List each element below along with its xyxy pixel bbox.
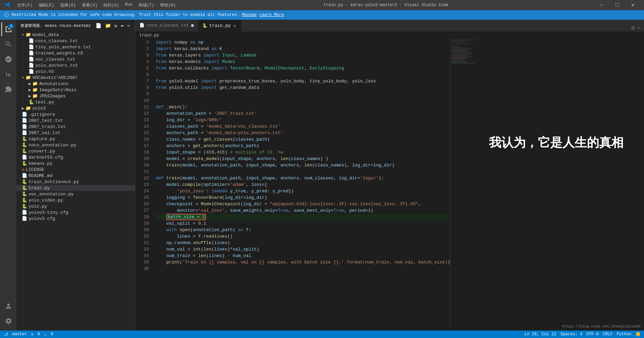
file-label: trained_weights.h5 <box>35 51 83 56</box>
file-yolo-video[interactable]: 🐍 yolo_video.py <box>16 197 135 203</box>
close-button[interactable]: ✕ <box>625 0 641 10</box>
file-icon: 📄 <box>22 130 27 135</box>
error-count[interactable]: 0 <box>37 332 40 337</box>
code-content[interactable]: import numpy as np import keras.backend … <box>152 39 450 331</box>
folder-model-data[interactable]: ▾ 📁 model_data <box>16 32 135 38</box>
activity-search[interactable] <box>1 37 15 51</box>
code-line-21 <box>156 168 450 175</box>
file-tiny-yolo-anchors[interactable]: 📄 tiny_yolo_anchors.txt <box>16 44 135 50</box>
file-icon: 📄 <box>29 50 34 56</box>
menu-select[interactable]: 选择(S) <box>57 2 79 9</box>
file-voc-annotation[interactable]: 🐍 voc_annotation.py <box>16 191 135 197</box>
menu-goto[interactable]: 转到(G) <box>101 2 122 9</box>
title-bar-controls[interactable]: – □ ✕ <box>594 0 641 10</box>
folder-imagesets[interactable]: ▶ 📁 ImageSets\Main <box>16 87 135 93</box>
menu-terminal[interactable]: 终端(T) <box>136 2 157 9</box>
sidebar: 资源管理器: KERAS-YOLO3-MASTER2 📄 📁 ↻ ⇴ ⋯ ▾ 📁… <box>16 20 135 331</box>
file-capture[interactable]: 🐍 capture.py <box>16 136 135 142</box>
tab-train-py[interactable]: 🐍 train.py ✕ <box>198 20 241 31</box>
file-coco-annotation[interactable]: 🐍 coco_annotation.py <box>16 142 135 148</box>
language-label[interactable]: Python <box>617 332 631 337</box>
code-line-12: annotation_path = '2007_train.txt' <box>156 110 450 117</box>
file-readme[interactable]: 📄 README.md <box>16 173 135 179</box>
file-yolov3-tiny[interactable]: 📄 yolov3-tiny.cfg <box>16 209 135 215</box>
folder-annotations[interactable]: ▶ 📁 Annotations <box>16 81 135 87</box>
new-folder-icon[interactable]: 📁 <box>104 22 112 29</box>
feedback-icon[interactable]: 😊 <box>635 332 641 337</box>
menu-edit[interactable]: 编辑(E) <box>36 2 57 9</box>
notification-learnmore-link[interactable]: Learn More <box>259 13 284 17</box>
activity-settings[interactable] <box>1 314 15 328</box>
error-icon: ✕ <box>31 332 33 337</box>
spaces-label[interactable]: Spaces: 4 <box>560 332 582 337</box>
file-icon: 📄 <box>22 210 27 215</box>
code-container[interactable]: 12345 678910 1112131415 1617181920 21222… <box>135 39 477 331</box>
notification-bar: ⓘ Restricted Mode is intended for safe c… <box>0 10 644 20</box>
file-icon: 🐍 <box>29 99 34 105</box>
menu-view[interactable]: 查看(V) <box>79 2 100 9</box>
menu-file[interactable]: 文件(F) <box>14 2 35 9</box>
file-2007-train[interactable]: 📄 2007_train.txt <box>16 124 135 130</box>
more-icon[interactable]: ⋯ <box>126 22 131 29</box>
modified-dot <box>191 24 194 27</box>
activity-explorer[interactable]: 1 <box>1 22 15 36</box>
tab-coco-classes[interactable]: 📄 coco_classes.txt <box>135 20 198 31</box>
title-bar-left: 文件(F) 编辑(E) 选择(S) 查看(V) 转到(G) Run 终端(T) … <box>3 1 179 9</box>
title-bar-menu[interactable]: 文件(F) 编辑(E) 选择(S) 查看(V) 转到(G) Run 终端(T) … <box>14 2 179 9</box>
file-yolo-py[interactable]: 🐍 yolo.py <box>16 203 135 209</box>
file-2007-test[interactable]: 📄 2007_test.txt <box>16 117 135 124</box>
file-yolov3[interactable]: 📄 yolov3.cfg <box>16 215 135 222</box>
activity-debug[interactable] <box>1 67 15 81</box>
breadcrumb: train.py <box>135 32 644 39</box>
file-2007-val[interactable]: 📄 2007_val.txt <box>16 130 135 136</box>
file-darknet53[interactable]: 📄 darknet53.cfg <box>16 154 135 160</box>
cursor-position[interactable]: Ln 28, Col 22 <box>525 332 557 337</box>
warning-count[interactable]: 0 <box>51 332 53 337</box>
file-license[interactable]: ⚖ LICENSE <box>16 166 135 173</box>
refresh-icon[interactable]: ↻ <box>114 22 118 29</box>
maximize-button[interactable]: □ <box>609 0 625 10</box>
file-coco-classes[interactable]: 📄 coco_classes.txt <box>16 38 135 44</box>
minimize-button[interactable]: – <box>594 0 609 10</box>
activity-account[interactable] <box>1 299 15 313</box>
file-label: kmeans.py <box>29 161 52 166</box>
activity-git[interactable] <box>1 52 15 66</box>
minimap-content <box>451 39 477 331</box>
menu-help[interactable]: 帮助(H) <box>157 2 179 9</box>
tab-close-button[interactable]: ✕ <box>233 23 237 29</box>
file-train-bottleneck[interactable]: 🐍 train_bottleneck.py <box>16 179 135 185</box>
folder-icon: 📁 <box>32 87 38 93</box>
file-label: capture.py <box>29 136 55 142</box>
folder-yolo3[interactable]: ▶ 📁 yolo3 <box>16 105 135 111</box>
file-gitignore[interactable]: 📄 .gitignore <box>16 111 135 117</box>
file-train-py[interactable]: 🐍 train.py <box>16 185 135 191</box>
file-icon: 📄 <box>22 155 27 160</box>
file-test-py[interactable]: 🐍 test.py <box>16 99 135 105</box>
file-trained-weights[interactable]: 📄 trained_weights.h5 <box>16 50 135 56</box>
folder-jpegimages[interactable]: ▶ 📁 JPEGImages <box>16 93 135 99</box>
encoding-label[interactable]: UTF-8 <box>587 332 599 337</box>
sidebar-header-icons[interactable]: 📄 📁 ↻ ⇴ ⋯ <box>95 22 131 29</box>
file-label: .gitignore <box>29 112 55 117</box>
line-ending-label[interactable]: CRLF <box>603 332 613 337</box>
code-line-9 <box>156 91 450 97</box>
activity-extensions[interactable] <box>1 82 15 96</box>
notification-manage-link[interactable]: Manage <box>242 13 257 17</box>
split-editor-icon[interactable]: ⊟ <box>631 25 635 31</box>
git-branch-label[interactable]: master <box>12 332 27 337</box>
folder-icon: 📁 <box>26 106 31 111</box>
file-label: yolo_video.py <box>29 198 63 203</box>
folder-vocdevkit[interactable]: ▾ 📁 VOCdevkit\VOC2007 <box>16 75 135 81</box>
file-label: voc_annotation.py <box>29 192 74 197</box>
menu-run[interactable]: Run <box>122 2 135 9</box>
file-label: darknet53.cfg <box>29 155 63 160</box>
file-convert[interactable]: 🐍 convert.py <box>16 148 135 154</box>
folder-icon: 📁 <box>32 81 38 86</box>
collapse-icon[interactable]: ⇴ <box>120 22 124 29</box>
file-kmeans[interactable]: 🐍 kmeans.py <box>16 160 135 166</box>
file-voc-classes[interactable]: 📄 voc_classes.txt <box>16 56 135 62</box>
new-file-icon[interactable]: 📄 <box>95 22 102 29</box>
file-yolo-h5[interactable]: 📄 yolo.h5 <box>16 68 135 75</box>
file-yolo-anchors[interactable]: 📄 yolo_anchors.txt <box>16 62 135 68</box>
more-actions-icon[interactable]: ⋯ <box>637 25 641 31</box>
